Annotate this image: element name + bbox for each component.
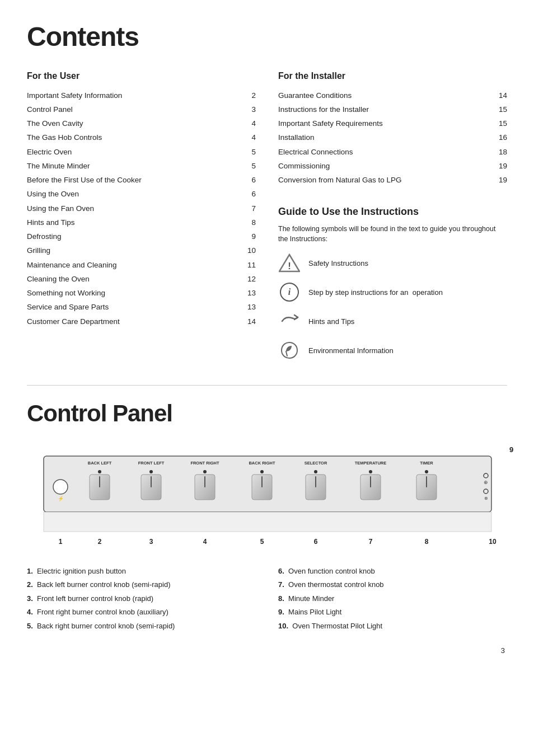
- toc-item: Grilling10: [27, 244, 256, 258]
- toc-item: Something not Working13: [27, 287, 256, 300]
- svg-point-12: [98, 470, 101, 473]
- toc-item: Important Safety Information2: [27, 88, 256, 102]
- svg-text:10: 10: [489, 538, 496, 546]
- for-installer-heading: For the Installer: [278, 69, 507, 83]
- toc-user-list: Important Safety Information2Control Pan…: [27, 88, 256, 328]
- svg-point-24: [314, 470, 317, 473]
- arrow-hint-icon: [278, 310, 301, 332]
- svg-text:3: 3: [149, 538, 153, 546]
- list-item: 7. Oven thermostat control knob: [278, 579, 507, 590]
- svg-text:FRONT RIGHT: FRONT RIGHT: [190, 461, 219, 466]
- svg-point-30: [425, 470, 428, 473]
- svg-text:5: 5: [260, 538, 264, 546]
- svg-text:FRONT LEFT: FRONT LEFT: [138, 461, 165, 466]
- for-installer-column: For the Installer Guarantee Conditions14…: [278, 69, 507, 368]
- toc-item: Conversion from Natural Gas to LPG19: [278, 173, 507, 187]
- svg-text:SELECTOR: SELECTOR: [305, 461, 327, 466]
- guide-item-steps: i Step by step instructions for an opera…: [278, 281, 507, 303]
- list-item: 10. Oven Thermostat Pilot Light: [278, 621, 507, 632]
- page-number: 3: [501, 646, 505, 655]
- svg-point-21: [260, 470, 264, 473]
- guide-description: The following symbols will be found in t…: [278, 224, 507, 244]
- toc-item: Customer Care Department14: [27, 314, 256, 328]
- svg-text:7: 7: [369, 538, 373, 546]
- page-footer: 3: [27, 645, 507, 656]
- guide-item-safety-text: Safety Instructions: [308, 258, 368, 269]
- list-col-left: 1. Electric ignition push button2. Back …: [27, 566, 256, 635]
- svg-rect-37: [44, 512, 491, 532]
- list-item: 9. Mains Pilot Light: [278, 607, 507, 618]
- toc-item: The Oven Cavity4: [27, 117, 256, 131]
- label-9: 9: [509, 445, 513, 454]
- svg-text:⊕: ⊕: [484, 480, 488, 485]
- list-col-right: 6. Oven function control knob7. Oven the…: [278, 566, 507, 635]
- list-item: 4. Front right burner control knob (auxi…: [27, 607, 256, 618]
- svg-text:TEMPERATURE: TEMPERATURE: [355, 461, 387, 466]
- guide-item-hints-text: Hints and Tips: [308, 316, 354, 327]
- toc-item: Hints and Tips8: [27, 215, 256, 229]
- list-item: 1. Electric ignition push button: [27, 566, 256, 577]
- svg-point-15: [149, 470, 153, 473]
- guide-heading: Guide to Use the Instructions: [278, 204, 507, 219]
- svg-text:1: 1: [59, 538, 63, 546]
- guide-item-safety: ! Safety Instructions: [278, 252, 507, 274]
- list-item: 5. Back right burner control knob (semi-…: [27, 621, 256, 632]
- toc-item: Defrosting9: [27, 230, 256, 244]
- svg-text:BACK LEFT: BACK LEFT: [88, 461, 112, 466]
- triangle-warning-icon: !: [278, 252, 301, 274]
- svg-text:4: 4: [203, 538, 207, 546]
- toc-item: The Gas Hob Controls4: [27, 131, 256, 145]
- toc-item: Using the Fan Oven7: [27, 201, 256, 215]
- toc-item: Maintenance and Cleaning11: [27, 258, 256, 272]
- toc-item: Installation16: [278, 131, 507, 145]
- toc-item: Electric Oven5: [27, 145, 256, 159]
- control-panel-diagram: 9 BACK LEFT FRONT LEFT FRONT RIGHT BACK …: [27, 442, 507, 557]
- svg-text:!: !: [288, 261, 291, 271]
- control-panel-svg: 9 BACK LEFT FRONT LEFT FRONT RIGHT BACK …: [27, 442, 519, 554]
- toc-item: Instructions for the Installer15: [278, 102, 507, 116]
- section-divider: [27, 385, 507, 386]
- for-user-column: For the User Important Safety Informatio…: [27, 69, 256, 368]
- list-item: 3. Front left burner control knob (rapid…: [27, 593, 256, 604]
- info-circle-icon: i: [278, 281, 301, 303]
- svg-text:2: 2: [98, 538, 102, 546]
- leaf-env-icon: [278, 339, 301, 361]
- toc-item: Guarantee Conditions14: [278, 88, 507, 102]
- svg-text:8: 8: [425, 538, 429, 546]
- svg-point-10: [53, 480, 68, 494]
- toc-item: Electrical Connections18: [278, 145, 507, 159]
- toc-item: Before the First Use of the Cooker6: [27, 173, 256, 187]
- guide-item-steps-text: Step by step instructions for an operati…: [308, 287, 443, 298]
- svg-text:6: 6: [314, 538, 318, 546]
- svg-point-18: [203, 470, 207, 473]
- toc-installer-list: Guarantee Conditions14Instructions for t…: [278, 88, 507, 187]
- svg-point-27: [369, 470, 372, 473]
- list-item: 2. Back left burner control knob (semi-r…: [27, 579, 256, 590]
- for-user-heading: For the User: [27, 69, 256, 83]
- list-item: 8. Minute Minder: [278, 593, 507, 604]
- toc-item: Cleaning the Oven12: [27, 272, 256, 286]
- svg-text:⚡: ⚡: [58, 495, 64, 502]
- svg-text:⊗: ⊗: [484, 496, 488, 501]
- toc-item: Using the Oven6: [27, 187, 256, 201]
- toc-item: The Minute Minder5: [27, 159, 256, 173]
- toc-item: Commissioning19: [278, 159, 507, 173]
- list-two-col: 1. Electric ignition push button2. Back …: [27, 566, 507, 635]
- list-item: 6. Oven function control knob: [278, 566, 507, 577]
- page-title: Contents: [27, 17, 507, 57]
- guide-item-hints: Hints and Tips: [278, 310, 507, 332]
- toc-item: Control Panel3: [27, 102, 256, 116]
- guide-section: Guide to Use the Instructions The follow…: [278, 204, 507, 361]
- svg-text:TIMER: TIMER: [420, 461, 433, 466]
- toc-item: Important Safety Requirements15: [278, 117, 507, 131]
- guide-items-list: ! Safety Instructions i Step by step ins…: [278, 252, 507, 361]
- guide-item-env-text: Environmental Information: [308, 345, 394, 356]
- control-panel-title: Control Panel: [27, 396, 507, 431]
- svg-text:BACK RIGHT: BACK RIGHT: [249, 461, 275, 466]
- toc-item: Service and Spare Parts13: [27, 300, 256, 314]
- guide-item-env: Environmental Information: [278, 339, 507, 361]
